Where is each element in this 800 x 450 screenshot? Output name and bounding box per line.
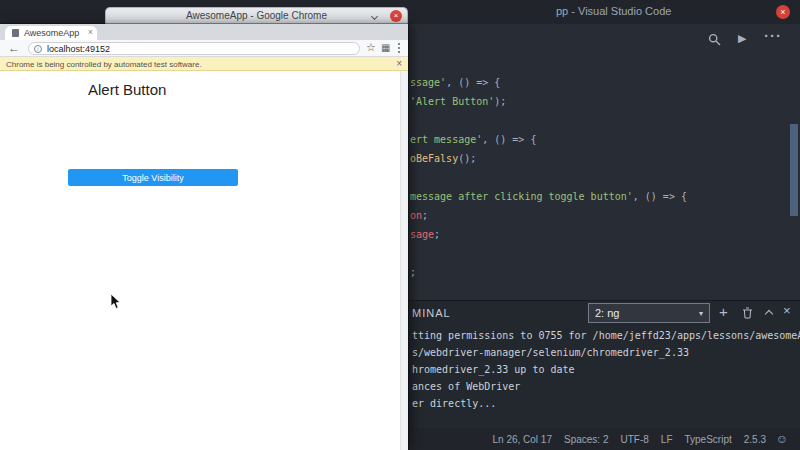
code-token: ;: [422, 210, 428, 221]
code-line: message after clicking toggle button', (…: [410, 187, 800, 206]
screen: pp - Visual Studio Code × ▶ ··· ssage', …: [0, 0, 800, 450]
tab-title: AwesomeApp: [24, 28, 79, 38]
terminal-select-value: 2: ng: [595, 307, 619, 319]
code-token: on: [410, 210, 422, 221]
code-token: ;: [410, 267, 416, 278]
code-line: [410, 168, 800, 187]
code-line: sage;: [410, 225, 800, 244]
code-line: ssage', () => {: [410, 73, 800, 92]
code-token: ssage': [410, 77, 446, 88]
web-page: Alert Button Toggle Visibility: [0, 71, 408, 450]
run-icon[interactable]: ▶: [738, 32, 746, 45]
code-token: ;: [434, 229, 440, 240]
chrome-window-title: AwesomeApp - Google Chrome: [106, 10, 407, 21]
favicon: [12, 29, 19, 37]
url-text: localhost:49152: [47, 44, 110, 54]
code-token: , () => {: [446, 77, 500, 88]
terminal-select[interactable]: 2: ng ▾: [588, 303, 710, 323]
automation-infobar: Chrome is being controlled by automated …: [0, 57, 408, 71]
bookmark-star-icon[interactable]: ☆: [366, 41, 376, 54]
editor-actions: ▶ ···: [408, 24, 800, 54]
chrome-titlebar: AwesomeApp - Google Chrome ×: [105, 7, 408, 24]
code-token: ert message': [410, 134, 482, 145]
mouse-cursor: [110, 293, 122, 315]
code-token: , () => {: [633, 191, 687, 202]
browser-toolbar: ← i localhost:49152 ☆ ▦: [0, 40, 408, 57]
infobar-close-icon[interactable]: ×: [396, 58, 402, 69]
code-token: sage: [410, 229, 434, 240]
terminal-line: hromedriver_2.33 up to date: [412, 361, 800, 378]
code-token: 'Alert Button': [410, 96, 494, 107]
page-heading: Alert Button: [88, 81, 166, 98]
browser-menu-icon[interactable]: [398, 43, 401, 55]
vscode-close-button[interactable]: ×: [776, 5, 790, 19]
code-lines[interactable]: ssage', () => {'Alert Button'); ert mess…: [410, 73, 800, 282]
new-terminal-icon[interactable]: +: [719, 303, 728, 320]
close-panel-icon[interactable]: ×: [783, 303, 791, 318]
tab-strip: AwesomeApp ×: [0, 24, 408, 40]
chrome-window: AwesomeApp × ← i localhost:49152 ☆ ▦ Chr…: [0, 24, 408, 450]
statusbar-item[interactable]: LF: [661, 434, 673, 445]
vscode-window-title: pp - Visual Studio Code: [556, 5, 671, 17]
terminal-line: s/webdriver-manager/selenium/chromedrive…: [412, 344, 800, 361]
page-scrollbar[interactable]: [400, 71, 408, 450]
code-line: [410, 244, 800, 263]
editor-scrollbar[interactable]: [790, 124, 798, 216]
code-token: oBeFalsy: [410, 153, 458, 164]
apps-grid-icon[interactable]: ▦: [381, 42, 390, 53]
code-line: ;: [410, 263, 800, 282]
terminal-line: er directly...: [412, 395, 800, 412]
statusbar-item[interactable]: Spaces: 2: [564, 434, 608, 445]
more-actions-icon[interactable]: ···: [764, 27, 782, 44]
maximize-panel-icon[interactable]: [765, 310, 773, 318]
code-token: ();: [458, 153, 476, 164]
browser-tab[interactable]: AwesomeApp ×: [5, 26, 97, 40]
code-token: , () => {: [482, 134, 536, 145]
feedback-smiley-icon[interactable]: ☺: [776, 432, 788, 446]
search-icon[interactable]: [708, 32, 721, 50]
terminal-line: ances of WebDriver: [412, 378, 800, 395]
code-line: [410, 111, 800, 130]
code-line: ert message', () => {: [410, 130, 800, 149]
kill-terminal-icon[interactable]: [742, 305, 753, 323]
statusbar-item[interactable]: 2.5.3: [744, 434, 766, 445]
code-line: oBeFalsy();: [410, 149, 800, 168]
info-icon[interactable]: i: [34, 45, 42, 53]
code-token: message after clicking toggle button': [410, 191, 633, 202]
statusbar-item[interactable]: UTF-8: [620, 434, 648, 445]
terminal-tab-label[interactable]: MINAL: [412, 307, 451, 319]
tab-close-icon[interactable]: ×: [88, 27, 93, 37]
omnibox[interactable]: i localhost:49152: [28, 42, 360, 55]
terminal-output[interactable]: tting permissions to 0755 for /home/jeff…: [412, 327, 800, 412]
infobar-text: Chrome is being controlled by automated …: [6, 60, 202, 69]
statusbar-item[interactable]: TypeScript: [685, 434, 732, 445]
status-items: Ln 26, Col 17Spaces: 2UTF-8LFTypeScript2…: [493, 428, 767, 450]
toggle-visibility-button[interactable]: Toggle Visibility: [68, 169, 238, 186]
statusbar-item[interactable]: Ln 26, Col 17: [493, 434, 553, 445]
code-line: on;: [410, 206, 800, 225]
code-line: 'Alert Button');: [410, 92, 800, 111]
back-icon[interactable]: ←: [8, 41, 20, 55]
terminal-line: tting permissions to 0755 for /home/jeff…: [412, 327, 800, 344]
chrome-close-button[interactable]: ×: [390, 10, 402, 22]
code-token: );: [494, 96, 506, 107]
chevron-down-icon: ▾: [699, 309, 703, 318]
